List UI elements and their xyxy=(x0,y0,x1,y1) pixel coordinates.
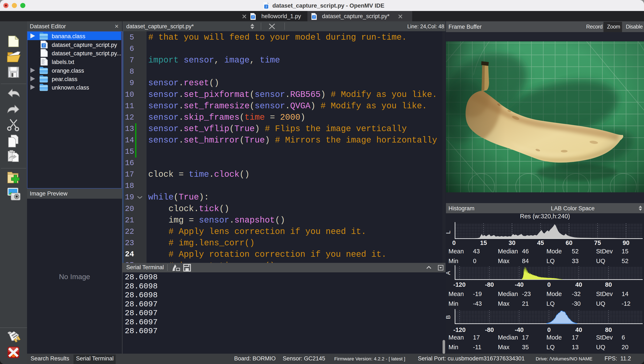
svg-text:17: 17 xyxy=(473,334,480,341)
svg-text:-19: -19 xyxy=(473,290,482,297)
svg-text:-23: -23 xyxy=(522,290,531,297)
svg-text:17: 17 xyxy=(522,334,529,341)
svg-text:StDev: StDev xyxy=(596,290,613,297)
svg-text:UQ: UQ xyxy=(596,258,605,264)
svg-text:-80: -80 xyxy=(485,281,494,288)
svg-text:60: 60 xyxy=(566,240,572,246)
svg-text:Median: Median xyxy=(498,248,518,255)
svg-text:UQ: UQ xyxy=(596,344,605,350)
svg-text:-120: -120 xyxy=(453,281,466,288)
svg-text:84: 84 xyxy=(522,258,529,264)
svg-text:Mean: Mean xyxy=(448,248,464,255)
svg-text:15: 15 xyxy=(622,248,628,255)
svg-text:Mean: Mean xyxy=(448,334,464,341)
svg-text:Mode: Mode xyxy=(546,290,562,297)
svg-text:Max: Max xyxy=(498,300,510,307)
svg-text:20: 20 xyxy=(622,344,628,350)
svg-text:-40: -40 xyxy=(515,326,524,333)
svg-text:75: 75 xyxy=(594,240,601,246)
svg-text:T: T xyxy=(252,16,254,19)
svg-text:Max: Max xyxy=(498,258,510,264)
svg-text:T: T xyxy=(313,16,315,19)
svg-text:dataset_capture_script.py: dataset_capture_script.py xyxy=(52,42,117,48)
svg-text:0: 0 xyxy=(547,281,551,288)
svg-text:80: 80 xyxy=(605,281,612,288)
svg-text:-32: -32 xyxy=(572,290,581,297)
svg-text:Max: Max xyxy=(498,344,510,350)
svg-text:dataset_capture_script.py....: dataset_capture_script.py.... xyxy=(52,50,121,56)
svg-text:45: 45 xyxy=(537,240,544,246)
svg-text:Min: Min xyxy=(448,258,458,264)
svg-text:40: 40 xyxy=(576,326,582,333)
svg-text:90: 90 xyxy=(623,240,630,246)
svg-text:0: 0 xyxy=(452,240,456,246)
svg-text:B: B xyxy=(446,315,452,319)
svg-text:unknown.class: unknown.class xyxy=(52,84,89,91)
svg-text:-40: -40 xyxy=(515,281,524,288)
svg-text:LQ: LQ xyxy=(546,300,555,307)
svg-text:-11: -11 xyxy=(473,344,482,350)
svg-text:0: 0 xyxy=(547,326,551,333)
svg-text:15: 15 xyxy=(480,240,487,246)
svg-text:6: 6 xyxy=(622,334,625,341)
svg-text:Min: Min xyxy=(448,300,458,307)
svg-text:Median: Median xyxy=(498,334,518,341)
svg-text:14: 14 xyxy=(622,290,628,297)
svg-text:13: 13 xyxy=(572,344,578,350)
svg-text:A: A xyxy=(446,271,452,275)
svg-text:35: 35 xyxy=(522,344,529,350)
svg-text:-43: -43 xyxy=(473,300,482,307)
svg-text:40: 40 xyxy=(576,281,582,288)
svg-text:-12: -12 xyxy=(622,300,630,307)
svg-text:52: 52 xyxy=(572,248,578,255)
svg-text:L: L xyxy=(446,230,452,234)
svg-text:labels.txt: labels.txt xyxy=(52,59,74,65)
svg-text:0: 0 xyxy=(473,258,476,264)
svg-text:StDev: StDev xyxy=(596,334,613,341)
svg-text:UQ: UQ xyxy=(596,300,605,307)
svg-text:33: 33 xyxy=(572,258,578,264)
svg-text:21: 21 xyxy=(522,300,529,307)
svg-text:-30: -30 xyxy=(572,300,581,307)
svg-text:30: 30 xyxy=(509,240,516,246)
svg-text:Mode: Mode xyxy=(546,248,562,255)
svg-text:Median: Median xyxy=(498,290,518,297)
svg-text:pear.class: pear.class xyxy=(52,76,78,82)
svg-text:-80: -80 xyxy=(485,326,494,333)
svg-text:Mean: Mean xyxy=(448,290,464,297)
svg-text:Min: Min xyxy=(448,344,458,350)
svg-text:52: 52 xyxy=(622,258,628,264)
svg-text:17: 17 xyxy=(572,334,578,341)
svg-text:Mode: Mode xyxy=(546,334,562,341)
svg-text:StDev: StDev xyxy=(596,248,613,255)
svg-text:LQ: LQ xyxy=(546,258,555,264)
svg-text:80: 80 xyxy=(605,326,612,333)
svg-text:orange.class: orange.class xyxy=(52,68,84,74)
svg-text:-120: -120 xyxy=(453,326,466,333)
svg-text:46: 46 xyxy=(522,248,529,255)
svg-text:LQ: LQ xyxy=(546,344,555,350)
svg-text:banana.class: banana.class xyxy=(52,33,85,40)
svg-text:43: 43 xyxy=(473,248,480,255)
